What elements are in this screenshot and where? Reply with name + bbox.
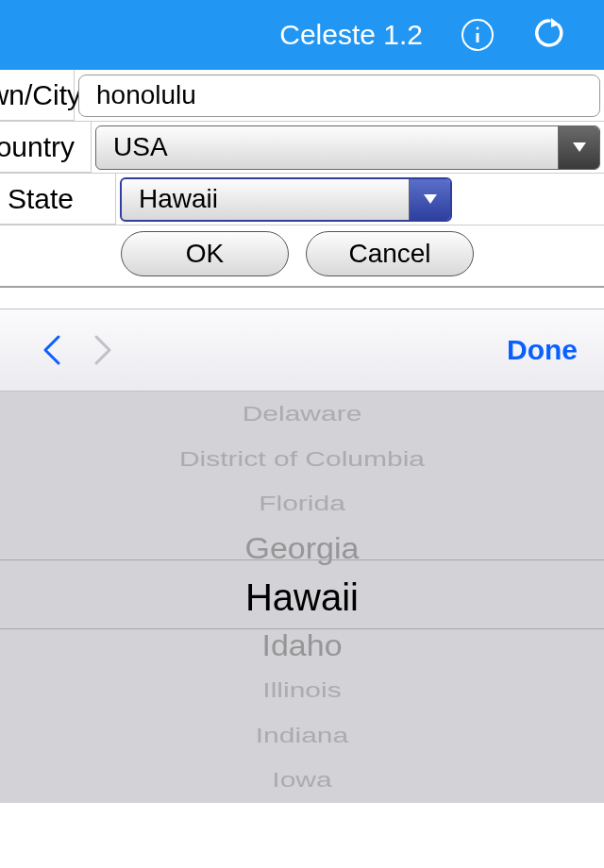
next-field-button[interactable]: [77, 333, 128, 367]
cancel-button[interactable]: Cancel: [306, 231, 474, 276]
country-select[interactable]: USA: [95, 125, 600, 170]
prev-field-button[interactable]: [26, 333, 77, 367]
city-label: Town/City: [0, 70, 75, 121]
picker-item[interactable]: Iowa: [272, 763, 331, 797]
picker-item[interactable]: Illinois: [262, 674, 341, 708]
app-title: Celeste 1.2: [279, 19, 423, 51]
country-select-value: USA: [96, 132, 558, 162]
spacer: [0, 288, 604, 309]
picker-item[interactable]: Delaware: [243, 397, 362, 431]
svg-point-1: [477, 27, 479, 30]
chevron-down-icon: [558, 126, 599, 169]
picker-item[interactable]: Indiana: [256, 719, 348, 753]
keyboard-accessory-bar: Done: [0, 309, 604, 392]
country-label: Country: [0, 122, 92, 173]
city-input[interactable]: [78, 75, 600, 117]
state-label: State: [0, 174, 116, 225]
chevron-down-icon: [409, 179, 450, 220]
picker-item[interactable]: District of Columbia: [179, 442, 425, 476]
info-icon[interactable]: [461, 18, 495, 52]
state-picker[interactable]: DelawareDistrict of ColumbiaFloridaGeorg…: [0, 392, 604, 803]
refresh-icon[interactable]: [532, 16, 566, 54]
app-header: Celeste 1.2: [0, 0, 604, 70]
ok-button[interactable]: OK: [121, 231, 289, 276]
picker-item[interactable]: Georgia: [245, 528, 360, 570]
done-button[interactable]: Done: [507, 334, 578, 366]
state-select[interactable]: Hawaii: [120, 177, 452, 222]
state-select-value: Hawaii: [122, 184, 409, 214]
picker-item[interactable]: Hawaii: [245, 571, 359, 623]
picker-item[interactable]: Idaho: [261, 626, 342, 667]
picker-item[interactable]: Florida: [259, 487, 345, 521]
form-area: Town/City Country USA State Hawaii: [0, 70, 604, 288]
